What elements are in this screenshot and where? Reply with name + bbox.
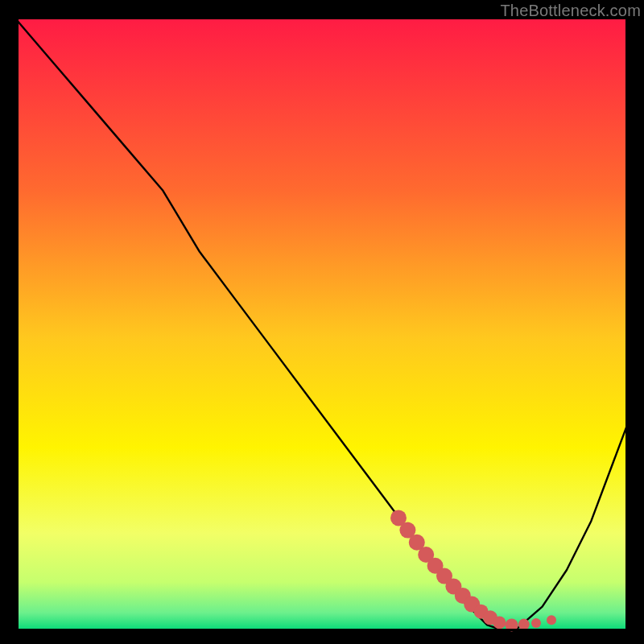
highlight-marker xyxy=(518,619,530,630)
attribution-watermark: TheBottleneck.com xyxy=(500,2,641,20)
highlight-marker xyxy=(506,618,518,631)
highlight-marker xyxy=(531,618,541,628)
highlight-markers xyxy=(390,510,556,631)
chart-frame xyxy=(16,19,628,631)
highlight-marker xyxy=(493,616,506,629)
chart-svg xyxy=(16,19,628,631)
bottleneck-curve-line xyxy=(16,19,628,631)
highlight-marker xyxy=(547,615,556,625)
